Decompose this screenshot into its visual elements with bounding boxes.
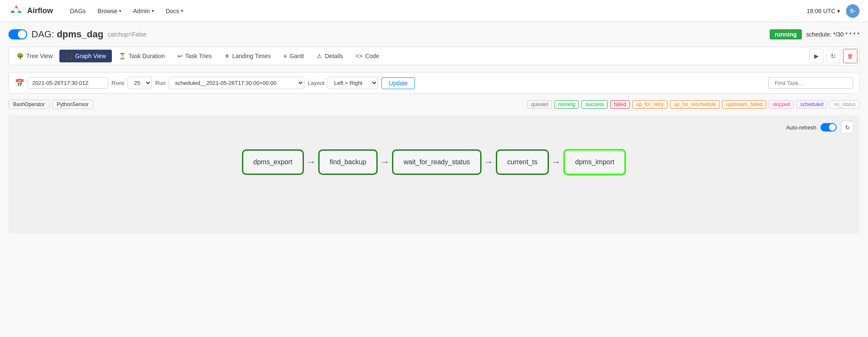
main-content: DAG: dpms_dag catchup=False running sche… [0, 22, 868, 241]
nav-admin[interactable]: Admin ▾ [128, 5, 159, 17]
status-up-for-reschedule: up_for_reschedule [670, 100, 720, 109]
dag-flow: dpms_export → find_backup → wait_for_rea… [17, 124, 851, 192]
runs-label: Runs [111, 80, 124, 86]
svg-marker-0 [16, 5, 19, 9]
tries-icon: ↩ [178, 53, 183, 59]
navbar-right: 18:06 UTC ▾ S- [807, 4, 860, 18]
run-label: Run [155, 80, 165, 86]
time-caret-icon: ▾ [837, 8, 840, 14]
graph-controls: Auto-refresh ↻ [786, 121, 854, 134]
arrow-4: → [549, 157, 563, 168]
graph-area: Auto-refresh ↻ dpms_export → find_backup… [8, 115, 860, 234]
tab-landing-times[interactable]: ✈ Landing Times [219, 50, 277, 62]
status-skipped: skipped [769, 100, 794, 109]
status-queued: queued [527, 100, 552, 109]
tab-graph-view[interactable]: ⬛ Graph View [59, 50, 112, 62]
layout-select[interactable]: Left > Right Top > Bottom [328, 77, 378, 89]
operator-bash: BashOperator [8, 100, 50, 109]
legend-bar: BashOperator PythonSensor queued running… [8, 100, 860, 109]
operator-python: PythonSensor [52, 100, 93, 109]
tab-actions: ▶ ↻ 🗑 [809, 49, 857, 63]
node-dpms-import[interactable]: dpms_import [563, 149, 626, 175]
duration-icon: ⏳ [119, 53, 126, 59]
tab-details[interactable]: ⚠ Details [311, 50, 349, 62]
date-input[interactable] [28, 77, 108, 89]
brand: Airflow [8, 3, 53, 19]
nav-items: DAGs Browse ▾ Admin ▾ Docs ▾ [65, 5, 795, 17]
controls-bar: 📅 Runs 25 Run scheduled__2021-05-26T17:3… [8, 72, 860, 94]
delete-button[interactable]: 🗑 [843, 49, 857, 63]
tree-icon: 🌳 [17, 53, 24, 59]
gantt-icon: ≡ [284, 53, 287, 59]
calendar-icon: 📅 [15, 79, 24, 88]
status-up-for-retry: up_for_retry [632, 100, 668, 109]
tab-task-duration[interactable]: ⏳ Task Duration [113, 50, 171, 62]
layout-label: Layout [308, 80, 324, 86]
brand-label: Airflow [27, 6, 53, 15]
tab-code[interactable]: <> Code [350, 50, 385, 62]
svg-marker-5 [16, 13, 19, 17]
airflow-logo-icon [8, 3, 24, 19]
status-no-status: no_status [830, 100, 860, 109]
svg-marker-4 [14, 13, 16, 17]
auto-refresh-label: Auto-refresh [786, 124, 816, 131]
node-wait-for-ready-status[interactable]: wait_for_ready_status [392, 149, 481, 175]
nav-dags[interactable]: DAGs [65, 5, 91, 17]
browse-caret-icon: ▾ [119, 8, 121, 13]
nav-docs[interactable]: Docs ▾ [161, 5, 188, 17]
user-avatar[interactable]: S- [846, 4, 860, 18]
graph-refresh-button[interactable]: ↻ [841, 121, 854, 134]
view-tabs-bar: 🌳 Tree View ⬛ Graph View ⏳ Task Duration… [8, 47, 860, 65]
navbar: Airflow DAGs Browse ▾ Admin ▾ Docs ▾ 18:… [0, 0, 868, 22]
schedule-text: schedule: */30 * * * * [806, 31, 860, 38]
graph-icon: ⬛ [65, 53, 72, 59]
dag-toggle[interactable] [8, 29, 27, 39]
runs-select[interactable]: 25 [128, 77, 152, 89]
operator-badges: BashOperator PythonSensor [8, 100, 93, 109]
status-scheduled: scheduled [796, 100, 827, 109]
dag-header-right: running schedule: */30 * * * * [770, 29, 860, 39]
status-running: running [554, 100, 579, 109]
nav-browse[interactable]: Browse ▾ [92, 5, 126, 17]
docs-caret-icon: ▾ [181, 8, 183, 13]
tab-task-tries[interactable]: ↩ Task Tries [172, 50, 218, 62]
refresh-button[interactable]: ↻ [826, 49, 840, 63]
status-legend: queued running success failed up_for_ret… [527, 100, 860, 109]
status-failed: failed [610, 100, 630, 109]
landing-icon: ✈ [225, 53, 230, 59]
dag-header: DAG: dpms_dag catchup=False running sche… [8, 29, 860, 40]
arrow-1: → [304, 157, 318, 168]
dag-catchup: catchup=False [108, 31, 146, 38]
node-find-backup[interactable]: find_backup [318, 149, 378, 175]
status-upstream-failed: upstream_failed [722, 100, 766, 109]
node-current-ts[interactable]: current_ts [496, 149, 549, 175]
tab-gantt[interactable]: ≡ Gantt [278, 50, 310, 62]
find-task-input[interactable] [768, 77, 853, 89]
node-dpms-export[interactable]: dpms_export [242, 149, 304, 175]
dag-title: DAG: dpms_dag [31, 29, 103, 40]
time-display[interactable]: 18:06 UTC ▾ [807, 8, 840, 14]
running-status-badge: running [770, 29, 802, 39]
arrow-3: → [481, 157, 496, 168]
play-button[interactable]: ▶ [809, 49, 823, 63]
svg-marker-1 [14, 5, 16, 9]
update-button[interactable]: Update [381, 77, 415, 89]
code-icon: <> [356, 53, 362, 59]
details-icon: ⚠ [317, 53, 322, 59]
auto-refresh-toggle[interactable] [821, 123, 837, 132]
svg-point-6 [14, 9, 18, 13]
dag-title-area: DAG: dpms_dag catchup=False [8, 29, 146, 40]
arrow-2: → [378, 157, 392, 168]
run-select[interactable]: scheduled__2021-05-26T17:30:00+00:00 [169, 77, 304, 89]
admin-caret-icon: ▾ [152, 8, 154, 13]
tab-tree-view[interactable]: 🌳 Tree View [11, 50, 58, 62]
status-success: success [581, 100, 607, 109]
